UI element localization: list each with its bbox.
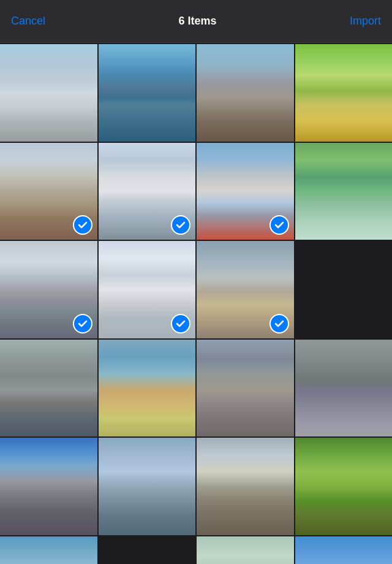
photo-cell-r1c1[interactable] [0, 44, 97, 142]
photo-cell-r5c3[interactable] [197, 438, 294, 535]
photo-cell-r5c1[interactable] [0, 438, 97, 535]
photo-cell-r4c2[interactable] [99, 340, 196, 437]
check-badge-r2c2 [171, 215, 190, 235]
import-button[interactable]: Import [350, 15, 381, 28]
photo-cell-r1c3[interactable] [197, 44, 294, 142]
page-title: 6 Items [178, 15, 216, 28]
header: Cancel 6 Items Import [0, 0, 392, 43]
photo-cell-r1c2[interactable] [99, 44, 196, 142]
photo-grid [0, 43, 392, 564]
check-badge-r2c1 [73, 215, 92, 235]
photo-cell-r6c2[interactable] [99, 536, 196, 565]
photo-cell-r2c1[interactable] [0, 143, 97, 240]
photo-cell-r2c2[interactable] [99, 143, 196, 240]
photo-cell-r3c4[interactable] [295, 241, 393, 338]
photo-cell-r2c3[interactable] [197, 143, 294, 240]
photo-cell-r4c3[interactable] [197, 340, 294, 437]
photo-cell-r3c3[interactable] [197, 241, 294, 338]
photo-cell-r6c4[interactable] [295, 536, 393, 565]
cancel-button[interactable]: Cancel [11, 15, 45, 28]
photo-cell-r6c1[interactable] [0, 536, 97, 565]
photo-cell-r5c2[interactable] [99, 438, 196, 535]
check-badge-r2c3 [270, 215, 289, 235]
photo-cell-r2c4[interactable] [295, 143, 393, 240]
photo-cell-r3c2[interactable] [99, 241, 196, 338]
check-badge-r3c1 [73, 314, 92, 333]
photo-cell-r4c4[interactable] [295, 340, 393, 437]
check-badge-r3c2 [171, 314, 190, 333]
photo-cell-r1c4[interactable] [295, 44, 393, 142]
photo-cell-r3c1[interactable] [0, 241, 97, 338]
photo-cell-r6c3[interactable] [197, 536, 294, 565]
photo-cell-r4c1[interactable] [0, 340, 97, 437]
check-badge-r3c3 [270, 314, 289, 333]
photo-cell-r5c4[interactable] [295, 438, 393, 535]
